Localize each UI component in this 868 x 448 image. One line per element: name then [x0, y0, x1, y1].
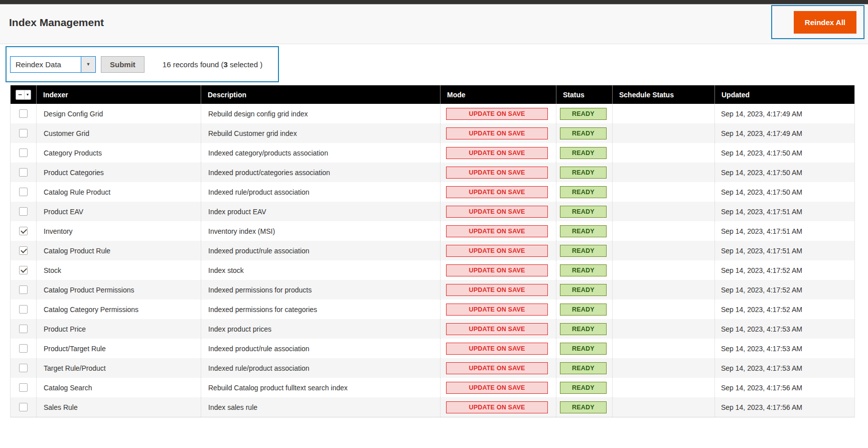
description-cell: Indexed product/rule association: [201, 241, 440, 260]
column-header-updated: Updated: [714, 85, 854, 104]
row-checkbox-cell: [11, 241, 36, 260]
table-row[interactable]: Design Config Grid Rebuild design config…: [11, 104, 854, 123]
mode-cell: UPDATE ON SAVE: [440, 280, 556, 300]
mode-cell: UPDATE ON SAVE: [440, 397, 556, 417]
row-checkbox[interactable]: [19, 285, 28, 294]
mass-action-select[interactable]: Reindex Data ▼: [10, 56, 96, 73]
schedule-status-cell: [612, 241, 714, 260]
mode-badge: UPDATE ON SAVE: [446, 264, 548, 276]
table-row[interactable]: Product/Target Rule Indexed product/rule…: [11, 339, 854, 358]
description-cell: Index product prices: [201, 319, 440, 339]
chevron-down-icon[interactable]: ▼: [81, 57, 95, 72]
select-all-header-cell: − ▼: [11, 85, 36, 104]
row-checkbox[interactable]: [19, 266, 28, 274]
row-checkbox[interactable]: [19, 188, 28, 196]
schedule-status-cell: [612, 104, 714, 123]
page-title: Index Management: [9, 17, 104, 29]
select-all-dropdown[interactable]: − ▼: [16, 90, 31, 100]
description-cell: Rebuild Customer grid index: [201, 123, 440, 143]
indeterminate-checkbox-icon: −: [16, 90, 24, 99]
updated-cell: Sep 14, 2023, 4:17:50 AM: [714, 163, 854, 182]
chevron-down-icon: ▼: [24, 90, 31, 99]
row-checkbox[interactable]: [19, 109, 28, 118]
indexer-cell: Catalog Rule Product: [36, 182, 201, 202]
mass-action-selected-value: Reindex Data: [11, 57, 81, 72]
table-row[interactable]: Catalog Rule Product Indexed rule/produc…: [11, 182, 854, 202]
schedule-status-cell: [612, 319, 714, 339]
column-header-schedule-status: Schedule Status: [612, 85, 714, 104]
row-checkbox[interactable]: [19, 325, 28, 333]
table-row[interactable]: Inventory Inventory index (MSI) UPDATE O…: [11, 221, 854, 241]
mode-badge: UPDATE ON SAVE: [446, 304, 548, 316]
mode-cell: UPDATE ON SAVE: [440, 339, 556, 358]
submit-button[interactable]: Submit: [101, 56, 144, 73]
indexers-table: − ▼ Indexer Description Mode Status Sche…: [10, 85, 855, 417]
row-checkbox-cell: [11, 260, 36, 280]
row-checkbox[interactable]: [19, 403, 28, 411]
table-row[interactable]: Stock Index stock UPDATE ON SAVE READY S…: [11, 260, 854, 280]
description-cell: Indexed product/categories association: [201, 163, 440, 182]
status-badge: READY: [560, 186, 607, 198]
row-checkbox-cell: [11, 339, 36, 358]
row-checkbox-cell: [11, 358, 36, 378]
mode-badge: UPDATE ON SAVE: [446, 186, 548, 198]
table-row[interactable]: Catalog Product Rule Indexed product/rul…: [11, 241, 854, 260]
table-row[interactable]: Sales Rule Index sales rule UPDATE ON SA…: [11, 397, 854, 417]
status-badge: READY: [560, 304, 607, 316]
table-row[interactable]: Category Products Indexed category/produ…: [11, 143, 854, 163]
updated-cell: Sep 14, 2023, 4:17:51 AM: [714, 241, 854, 260]
indexer-cell: Stock: [36, 260, 201, 280]
row-checkbox[interactable]: [19, 168, 28, 177]
row-checkbox[interactable]: [19, 129, 28, 137]
schedule-status-cell: [612, 182, 714, 202]
column-header-description: Description: [201, 85, 440, 104]
status-cell: READY: [556, 260, 612, 280]
table-row[interactable]: Product Price Index product prices UPDAT…: [11, 319, 854, 339]
row-checkbox[interactable]: [19, 383, 28, 392]
table-row[interactable]: Product EAV Index product EAV UPDATE ON …: [11, 202, 854, 221]
schedule-status-cell: [612, 260, 714, 280]
description-cell: Indexed product/rule association: [201, 339, 440, 358]
mode-badge: UPDATE ON SAVE: [446, 382, 548, 394]
table-row[interactable]: Catalog Category Permissions Indexed per…: [11, 300, 854, 319]
updated-cell: Sep 14, 2023, 4:17:49 AM: [714, 104, 854, 123]
mode-cell: UPDATE ON SAVE: [440, 358, 556, 378]
status-badge: READY: [560, 323, 607, 335]
status-cell: READY: [556, 202, 612, 221]
status-badge: READY: [560, 245, 607, 257]
updated-cell: Sep 14, 2023, 4:17:53 AM: [714, 339, 854, 358]
row-checkbox[interactable]: [19, 305, 28, 314]
table-row[interactable]: Target Rule/Product Indexed rule/product…: [11, 358, 854, 378]
table-row[interactable]: Catalog Search Rebuild Catalog product f…: [11, 378, 854, 397]
status-badge: READY: [560, 362, 607, 374]
table-row[interactable]: Catalog Product Permissions Indexed perm…: [11, 280, 854, 300]
row-checkbox[interactable]: [19, 227, 28, 235]
reindex-all-button[interactable]: Reindex All: [794, 11, 856, 34]
mode-cell: UPDATE ON SAVE: [440, 143, 556, 163]
status-cell: READY: [556, 241, 612, 260]
indexer-cell: Category Products: [36, 143, 201, 163]
records-found-text: 16 records found (3 selected ): [163, 60, 262, 69]
row-checkbox-cell: [11, 182, 36, 202]
row-checkbox[interactable]: [19, 207, 28, 216]
status-badge: READY: [560, 401, 607, 413]
schedule-status-cell: [612, 378, 714, 397]
status-cell: READY: [556, 104, 612, 123]
table-row[interactable]: Customer Grid Rebuild Customer grid inde…: [11, 123, 854, 143]
mode-badge: UPDATE ON SAVE: [446, 401, 548, 413]
row-checkbox[interactable]: [19, 148, 28, 157]
mode-cell: UPDATE ON SAVE: [440, 378, 556, 397]
table-row[interactable]: Product Categories Indexed product/categ…: [11, 163, 854, 182]
description-cell: Index sales rule: [201, 397, 440, 417]
row-checkbox[interactable]: [19, 364, 28, 372]
indexer-cell: Product Price: [36, 319, 201, 339]
indexer-cell: Product Categories: [36, 163, 201, 182]
status-cell: READY: [556, 397, 612, 417]
mode-cell: UPDATE ON SAVE: [440, 319, 556, 339]
row-checkbox[interactable]: [19, 246, 28, 255]
status-badge: READY: [560, 284, 607, 296]
status-cell: READY: [556, 221, 612, 241]
page-header: Index Management: [0, 5, 868, 44]
records-selected-count: 3: [224, 60, 228, 69]
row-checkbox[interactable]: [19, 344, 28, 353]
